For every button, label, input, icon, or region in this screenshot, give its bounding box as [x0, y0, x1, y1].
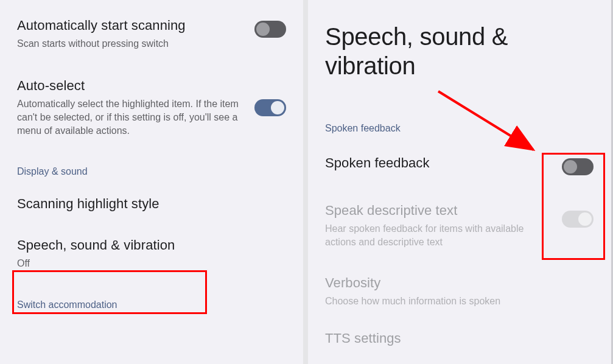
spoken-feedback-title: Spoken feedback [325, 155, 552, 172]
speak-descriptive-text-toggle [562, 211, 594, 228]
speech-sound-vibration-row[interactable]: Speech, sound & vibration Off [0, 237, 303, 270]
scanning-highlight-style-title: Scanning highlight style [17, 195, 276, 213]
tts-settings-row: TTS settings [308, 330, 613, 348]
spoken-feedback-row[interactable]: Spoken feedback [308, 155, 613, 175]
speak-descriptive-text-title: Speak descriptive text [325, 202, 552, 220]
auto-start-scanning-subtitle: Scan starts without pressing switch [17, 37, 245, 51]
verbosity-row: Verbosity Choose how much information is… [308, 275, 613, 308]
speech-sound-vibration-title: Speech, sound & vibration [17, 237, 276, 254]
page-title: Speech, sound & vibration [308, 22, 613, 80]
speak-descriptive-text-row: Speak descriptive text Hear spoken feedb… [308, 202, 613, 249]
display-sound-section-header: Display & sound [0, 166, 303, 177]
auto-start-scanning-row[interactable]: Automatically start scanning Scan starts… [0, 17, 303, 51]
auto-select-title: Auto-select [17, 77, 245, 95]
auto-start-scanning-title: Automatically start scanning [17, 17, 245, 35]
spoken-feedback-section-header: Spoken feedback [308, 123, 613, 134]
switch-accommodation-section-header: Switch accommodation [0, 299, 303, 310]
speak-descriptive-text-subtitle: Hear spoken feedback for items with avai… [325, 222, 552, 250]
auto-select-subtitle: Automatically select the highlighted ite… [17, 97, 245, 138]
speech-sound-vibration-subtitle: Off [17, 257, 276, 270]
settings-panel-left: Automatically start scanning Scan starts… [0, 0, 303, 364]
spoken-feedback-toggle[interactable] [562, 158, 594, 175]
auto-select-toggle[interactable] [254, 99, 286, 116]
auto-select-row[interactable]: Auto-select Automatically select the hig… [0, 77, 303, 138]
scanning-highlight-style-row[interactable]: Scanning highlight style [0, 195, 303, 213]
verbosity-subtitle: Choose how much information is spoken [325, 295, 586, 308]
auto-start-scanning-toggle[interactable] [254, 21, 286, 38]
settings-panel-right: Speech, sound & vibration Spoken feedbac… [308, 0, 613, 364]
verbosity-title: Verbosity [325, 275, 586, 292]
tts-settings-title: TTS settings [325, 330, 586, 348]
